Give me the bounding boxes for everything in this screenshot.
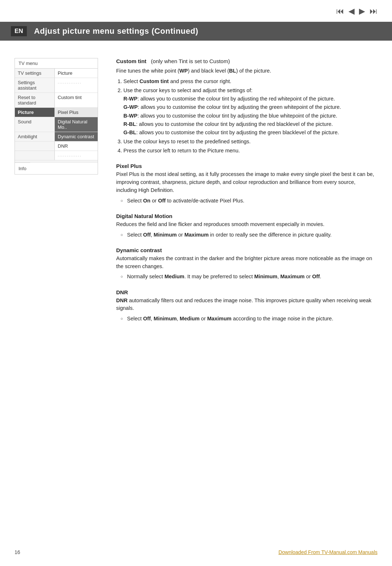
- menu-item-reset[interactable]: Reset to standard: [15, 93, 55, 107]
- menu-item-ambilight[interactable]: Ambilight: [15, 132, 55, 141]
- prev-icon[interactable]: ◀: [348, 7, 355, 16]
- menu-item-tv-settings[interactable]: TV settings: [15, 69, 55, 78]
- dynamic-contrast-bullets: Normally select Medium. It may be prefer…: [127, 272, 377, 281]
- digital-natural-motion-intro: Reduces the field and line flicker and r…: [116, 221, 377, 229]
- header-banner: EN Adjust picture menu settings (Continu…: [0, 22, 392, 41]
- menu-item-picture-active[interactable]: Picture: [15, 108, 55, 117]
- language-label: EN: [11, 26, 27, 36]
- footer: 16 Downloaded From TV-Manual.com Manuals: [0, 549, 392, 555]
- next-icon[interactable]: ▶: [359, 7, 365, 16]
- page-number: 16: [15, 549, 20, 555]
- dnm-bullet-1: Select Off, Minimum or Maximum in order …: [127, 231, 377, 239]
- menu-item-dnr[interactable]: DNR: [55, 142, 98, 151]
- menu-item-info[interactable]: Info: [15, 163, 30, 174]
- top-navigation: ⏮ ◀ ▶ ⏭: [336, 7, 377, 16]
- dc-bullet-1: Normally select Medium. It may be prefer…: [127, 272, 377, 281]
- menu-item-dynamic-contrast[interactable]: Dynamic contrast: [55, 132, 98, 141]
- pixel-plus-bullets: Select On or Off to activate/de-activate…: [127, 197, 377, 205]
- dnr-bullet-1: Select Off, Minimum, Medium or Maximum a…: [127, 315, 377, 323]
- section-custom-tint: Custom tint (only when Tint is set to Cu…: [116, 58, 377, 155]
- menu-row-picture: Picture Pixel Plus: [15, 108, 98, 117]
- step-2: Use the cursor keys to select and adjust…: [123, 86, 377, 137]
- section-pixel-plus: Pixel Plus Pixel Plus is the most ideal …: [116, 163, 377, 205]
- menu-row-dnr: DNR: [15, 142, 98, 151]
- main-content: TV menu TV settings Picture Settings ass…: [0, 47, 392, 544]
- custom-tint-title: Custom tint: [116, 58, 146, 64]
- dynamic-contrast-heading: Dynamic contrast: [116, 247, 377, 253]
- menu-item-dots-1: .............: [55, 78, 98, 93]
- dnr-intro: DNR automatically filters out and reduce…: [116, 297, 377, 313]
- pixel-plus-bullet-1: Select On or Off to activate/de-activate…: [127, 197, 377, 205]
- menu-item-pixel-plus[interactable]: Pixel Plus: [55, 108, 98, 117]
- step-3: Use the colour keys to reset to the pred…: [123, 138, 377, 146]
- menu-item-empty-2: [15, 151, 55, 160]
- step-4: Press the cursor left to return to the P…: [123, 147, 377, 155]
- custom-tint-steps: Select Custom tint and press the cursor …: [123, 77, 377, 155]
- menu-item-digital-natural[interactable]: Digital Natural Mo..: [55, 117, 98, 132]
- tv-menu: TV menu TV settings Picture Settings ass…: [15, 58, 98, 175]
- skip-back-icon[interactable]: ⏮: [336, 7, 344, 16]
- menu-row-ambilight: Ambilight Dynamic contrast: [15, 132, 98, 142]
- left-panel: TV menu TV settings Picture Settings ass…: [15, 58, 102, 533]
- pixel-plus-heading: Pixel Plus: [116, 163, 377, 169]
- menu-row-sound: Sound Digital Natural Mo..: [15, 117, 98, 132]
- custom-tint-heading: Custom tint (only when Tint is set to Cu…: [116, 58, 377, 64]
- menu-row-reset: Reset to standard Custom tint: [15, 93, 98, 108]
- digital-natural-motion-bullets: Select Off, Minimum or Maximum in order …: [127, 231, 377, 239]
- footer-link[interactable]: Downloaded From TV-Manual.com Manuals: [278, 549, 377, 555]
- section-digital-natural-motion: Digital Natural Motion Reduces the field…: [116, 213, 377, 239]
- dynamic-contrast-intro: Automatically makes the contrast in the …: [116, 255, 377, 271]
- step-1: Select Custom tint and press the cursor …: [123, 77, 377, 86]
- menu-item-custom-tint[interactable]: Custom tint: [55, 93, 98, 107]
- pixel-plus-intro: Pixel Plus is the most ideal setting, as…: [116, 171, 377, 194]
- skip-forward-icon[interactable]: ⏭: [369, 7, 377, 16]
- section-dynamic-contrast: Dynamic contrast Automatically makes the…: [116, 247, 377, 281]
- menu-row-tv-settings: TV settings Picture: [15, 69, 98, 78]
- dnr-heading: DNR: [116, 289, 377, 295]
- tv-menu-title: TV menu: [15, 58, 98, 69]
- dnr-bullets: Select Off, Minimum, Medium or Maximum a…: [127, 315, 377, 323]
- menu-row-dots-2: .............: [15, 151, 98, 160]
- custom-tint-subtitle: (only when Tint is set to Custom): [148, 58, 230, 64]
- digital-natural-motion-heading: Digital Natural Motion: [116, 213, 377, 219]
- menu-item-empty-1: [15, 142, 55, 151]
- menu-row-settings-assistant: Settings assistant .............: [15, 78, 98, 93]
- section-dnr: DNR DNR automatically filters out and re…: [116, 289, 377, 323]
- menu-item-picture[interactable]: Picture: [55, 69, 98, 78]
- right-panel: Custom tint (only when Tint is set to Cu…: [113, 58, 377, 533]
- menu-item-settings-assistant[interactable]: Settings assistant: [15, 78, 55, 93]
- menu-item-sound[interactable]: Sound: [15, 117, 55, 132]
- menu-item-dots-2: .............: [55, 151, 98, 160]
- menu-row-info: Info: [15, 163, 98, 174]
- custom-tint-intro: Fine tunes the white point (WP) and blac…: [116, 67, 377, 75]
- page-title: Adjust picture menu settings (Continued): [34, 26, 199, 36]
